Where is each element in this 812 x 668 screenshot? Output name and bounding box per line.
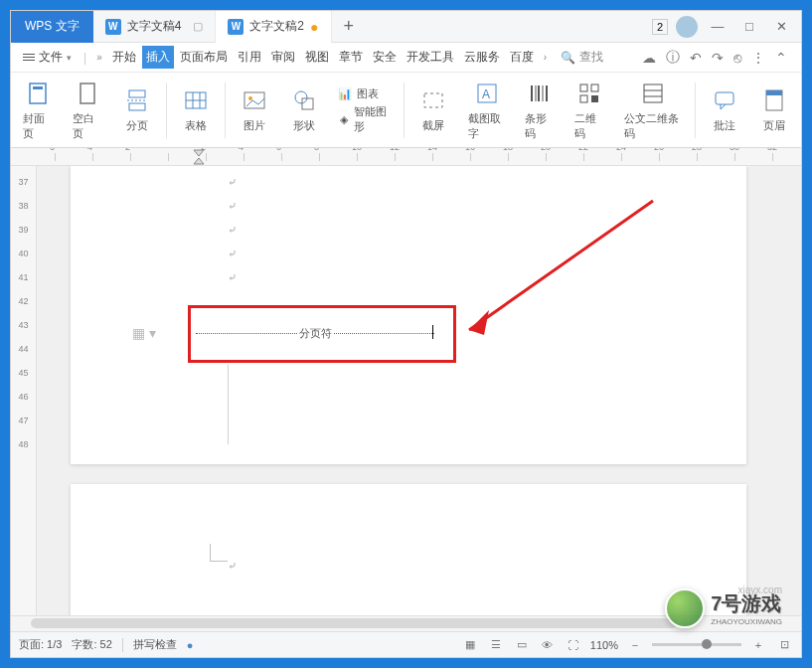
ribbon-header[interactable]: 页眉 [753,86,795,133]
svg-point-12 [295,91,307,103]
page-indicator[interactable]: 页面: 1/3 [19,637,62,652]
document-tab-1[interactable]: W 文字文稿4 ▢ [93,11,217,43]
vertical-ruler[interactable]: 373839404142434445464748 [11,166,37,615]
ribbon-page-break[interactable]: 分页 [116,86,158,133]
ribbon-smartart[interactable]: ◈智能图形 [337,104,392,134]
collapse-ribbon-icon[interactable]: ⌃ [775,50,787,66]
menu-dev-tools[interactable]: 开发工具 [403,46,458,69]
chevron-down-icon: ▾ [67,53,72,63]
svg-rect-24 [580,95,587,102]
margin-guide [228,365,229,444]
ribbon-shapes[interactable]: 形状 [283,86,325,133]
view-print-icon[interactable]: ▦ [461,636,479,654]
cloud-sync-icon[interactable]: ☁ [642,50,656,66]
ribbon-table[interactable]: 表格 [175,86,217,133]
svg-rect-13 [302,98,313,109]
new-tab-button[interactable]: + [332,16,367,37]
view-read-icon[interactable]: 👁 [539,636,557,654]
paragraph-mark-icon: ⤶ [228,248,237,260]
document-page-2[interactable]: ⤶ [71,484,746,615]
svg-rect-3 [129,90,145,97]
more-icon[interactable]: ⋮ [751,50,765,66]
word-doc-icon: W [105,19,121,35]
fit-page-icon[interactable]: ⊡ [775,636,793,654]
minimize-button[interactable]: — [706,15,730,39]
svg-rect-26 [644,84,662,102]
menu-references[interactable]: 引用 [234,46,265,69]
document-tab-2[interactable]: W 文字文稿2 ● [216,11,331,43]
wps-brand-tab[interactable]: WPS 文字 [11,11,93,43]
workspace: 373839404142434445464748 ⤶ ⤶ ⤶ ⤶ ⤶ ▦ ▾ 分… [11,166,801,615]
menu-chapter[interactable]: 章节 [335,46,367,69]
menu-view[interactable]: 视图 [301,46,333,69]
user-avatar[interactable] [676,16,698,38]
zoom-in-button[interactable]: + [749,636,767,654]
zoom-slider[interactable] [652,643,741,646]
ribbon-gov-qrcode[interactable]: 公文二维条码 [618,80,687,141]
share-icon[interactable]: ⎋ [733,50,741,66]
spellcheck-icon[interactable]: ● [187,639,194,651]
menu-insert[interactable]: 插入 [142,46,174,69]
tab-label: 文字文稿4 [127,18,182,35]
undo-icon[interactable]: ↶ [690,50,702,66]
picture-icon [241,86,268,114]
smartart-icon: ◈ [337,111,351,127]
menu-baidu[interactable]: 百度 [506,46,538,69]
ribbon-chart[interactable]: 📊图表 [337,85,392,101]
user-icon[interactable]: ⓘ [666,49,680,67]
svg-rect-23 [591,84,598,91]
section-options-icon[interactable]: ▦ ▾ [132,325,156,341]
maximize-button[interactable]: □ [737,15,761,39]
redo-icon[interactable]: ↷ [712,50,724,66]
search-box[interactable]: 🔍 查找 [561,49,603,66]
cover-page-icon [24,80,52,107]
word-count[interactable]: 字数: 52 [72,637,111,652]
document-canvas[interactable]: ⤶ ⤶ ⤶ ⤶ ⤶ ▦ ▾ 分页符 ⤶ [37,166,801,615]
menu-cloud[interactable]: 云服务 [460,46,504,69]
page-break-indicator: 分页符 [196,333,434,349]
ribbon-comment[interactable]: 批注 [704,86,745,133]
barcode-icon [526,80,554,107]
window-index[interactable]: 2 [652,19,668,35]
zoom-slider-knob[interactable] [702,639,712,649]
word-doc-icon: W [228,19,244,35]
close-button[interactable]: ✕ [769,15,793,39]
scroll-left-icon[interactable]: » [92,52,106,63]
menu-review[interactable]: 审阅 [267,46,299,69]
svg-rect-1 [33,86,43,89]
ribbon-chart-stack: 📊图表 ◈智能图形 [333,85,396,134]
svg-text:A: A [482,87,490,101]
menu-page-layout[interactable]: 页面布局 [176,46,232,69]
page-break-icon [123,86,151,114]
menu-start[interactable]: 开始 [108,46,140,69]
ribbon-screenshot[interactable]: 截屏 [412,86,454,133]
file-menu[interactable]: 文件 ▾ [17,47,78,68]
horizontal-scrollbar[interactable] [11,615,801,631]
svg-rect-31 [766,90,782,95]
horizontal-ruler[interactable]: 6422468101214161820222426283032343638 [11,148,801,166]
scrollbar-thumb[interactable] [31,618,677,628]
ribbon-cover-page[interactable]: 封面页 [17,80,59,141]
ribbon-barcode[interactable]: 条形码 [519,80,561,141]
gov-qrcode-icon [639,80,667,107]
scroll-right-icon[interactable]: › [540,52,551,63]
spellcheck-toggle[interactable]: 拼写检查 [133,637,177,652]
ribbon-blank-page[interactable]: 空白页 [67,80,108,141]
margin-corner-icon [210,544,228,562]
ribbon-picture[interactable]: 图片 [234,86,275,133]
screenshot-icon [419,86,447,114]
tab-close-icon[interactable]: ▢ [193,20,203,33]
statusbar-right: ▦ ☰ ▭ 👁 ⛶ 110% − + ⊡ [461,636,793,654]
ribbon-qrcode[interactable]: 二维码 [568,80,610,141]
zoom-level[interactable]: 110% [590,639,618,651]
zoom-out-button[interactable]: − [626,636,644,654]
view-outline-icon[interactable]: ☰ [487,636,505,654]
paragraph-mark-icon: ⤶ [228,176,237,189]
shapes-icon [290,86,318,114]
menu-security[interactable]: 安全 [369,46,401,69]
view-web-icon[interactable]: ▭ [513,636,531,654]
ribbon-ocr[interactable]: A 截图取字 [462,80,512,141]
fullscreen-icon[interactable]: ⛶ [565,636,582,654]
tab-label: 文字文稿2 [249,18,304,35]
svg-rect-22 [580,84,587,91]
